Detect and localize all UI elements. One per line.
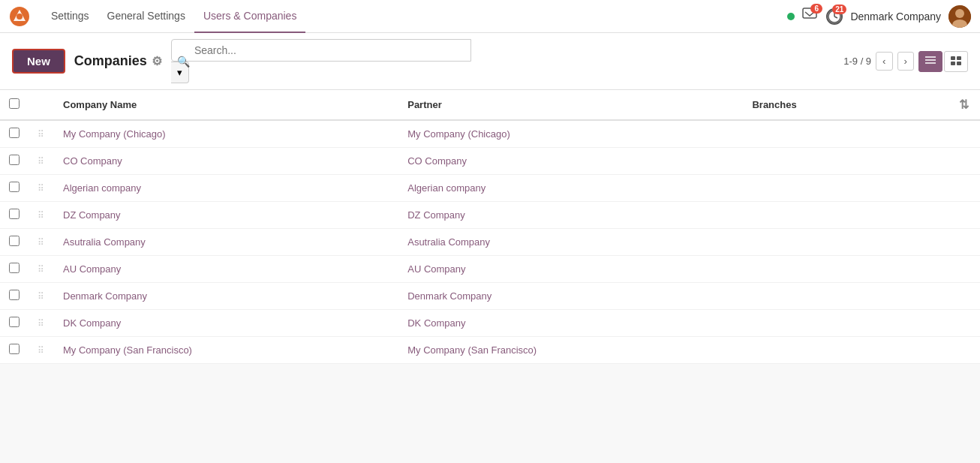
row-branches [743, 148, 950, 175]
row-drag-handle-cell[interactable]: ⠿ [29, 175, 54, 202]
status-dot [787, 13, 795, 20]
drag-handle-icon[interactable]: ⠿ [38, 210, 45, 221]
view-toggle [918, 51, 968, 72]
header-filter[interactable]: ⇅ [950, 90, 980, 120]
company-name-link[interactable]: My Company (Chicago) [63, 128, 166, 140]
drag-handle-icon[interactable]: ⠿ [38, 129, 45, 140]
row-drag-handle-cell[interactable]: ⠿ [29, 120, 54, 148]
activity-badge-wrap[interactable]: 21 [826, 8, 843, 25]
row-drag-handle-cell[interactable]: ⠿ [29, 202, 54, 229]
select-all-checkbox[interactable] [9, 98, 20, 109]
row-company-name[interactable]: CO Company [54, 148, 398, 175]
row-company-name[interactable]: Algerian company [54, 175, 398, 202]
partner-name-link[interactable]: CO Company [407, 155, 467, 167]
view-kanban-button[interactable] [944, 51, 968, 72]
column-filter-icon[interactable]: ⇅ [959, 98, 969, 111]
partner-name-link[interactable]: DZ Company [407, 209, 465, 221]
header-partner[interactable]: Partner [398, 90, 743, 120]
drag-handle-icon[interactable]: ⠿ [38, 237, 45, 248]
row-checkbox-cell[interactable] [0, 120, 29, 148]
row-drag-handle-cell[interactable]: ⠿ [29, 283, 54, 310]
row-checkbox-cell[interactable] [0, 202, 29, 229]
partner-name-link[interactable]: Algerian company [407, 182, 485, 194]
partner-name-link[interactable]: AU Company [407, 263, 465, 275]
row-checkbox[interactable] [9, 155, 20, 165]
row-checkbox[interactable] [9, 317, 20, 327]
nav-users-companies[interactable]: Users & Companies [194, 0, 306, 33]
company-name[interactable]: Denmark Company [850, 11, 941, 23]
drag-handle-icon[interactable]: ⠿ [38, 318, 45, 329]
drag-handle-icon[interactable]: ⠿ [38, 264, 45, 275]
row-checkbox[interactable] [9, 182, 20, 192]
messages-badge-wrap[interactable]: 6 [802, 8, 819, 25]
nav-settings[interactable]: Settings [42, 0, 98, 33]
row-drag-handle-cell[interactable]: ⠿ [29, 148, 54, 175]
search-input[interactable] [171, 39, 471, 62]
app-logo[interactable] [9, 6, 30, 27]
row-partner[interactable]: Denmark Company [398, 283, 743, 310]
row-checkbox[interactable] [9, 290, 20, 300]
row-partner[interactable]: Algerian company [398, 175, 743, 202]
company-name-link[interactable]: DK Company [63, 317, 121, 329]
row-partner[interactable]: CO Company [398, 148, 743, 175]
pagination-prev-button[interactable]: ‹ [876, 52, 892, 71]
header-company-name[interactable]: Company Name [54, 90, 398, 120]
row-checkbox[interactable] [9, 236, 20, 246]
nav-general-settings[interactable]: General Settings [98, 0, 194, 33]
row-partner[interactable]: DZ Company [398, 202, 743, 229]
company-name-link[interactable]: DZ Company [63, 209, 121, 221]
row-company-name[interactable]: DK Company [54, 310, 398, 337]
row-extra [950, 175, 980, 202]
row-checkbox-cell[interactable] [0, 148, 29, 175]
row-drag-handle-cell[interactable]: ⠿ [29, 337, 54, 364]
row-partner[interactable]: My Company (Chicago) [398, 120, 743, 148]
row-partner[interactable]: AU Company [398, 256, 743, 283]
row-partner[interactable]: My Company (San Francisco) [398, 337, 743, 364]
company-name-link[interactable]: CO Company [63, 155, 122, 167]
partner-name-link[interactable]: Asutralia Company [407, 236, 490, 248]
partner-name-link[interactable]: My Company (San Francisco) [407, 344, 537, 356]
page-title-text: Companies [74, 53, 147, 69]
row-checkbox-cell[interactable] [0, 175, 29, 202]
row-checkbox-cell[interactable] [0, 283, 29, 310]
row-checkbox[interactable] [9, 209, 20, 219]
company-name-link[interactable]: My Company (San Francisco) [63, 344, 192, 356]
row-drag-handle-cell[interactable]: ⠿ [29, 310, 54, 337]
row-checkbox-cell[interactable] [0, 310, 29, 337]
partner-name-link[interactable]: Denmark Company [407, 290, 492, 302]
header-branches[interactable]: Branches [743, 90, 950, 120]
user-avatar[interactable] [948, 5, 971, 28]
row-checkbox[interactable] [9, 344, 20, 354]
settings-gear-icon[interactable]: ⚙ [152, 54, 162, 68]
row-company-name[interactable]: Asutralia Company [54, 229, 398, 256]
row-checkbox[interactable] [9, 128, 20, 138]
row-company-name[interactable]: DZ Company [54, 202, 398, 229]
drag-handle-icon[interactable]: ⠿ [38, 291, 45, 302]
drag-handle-icon[interactable]: ⠿ [38, 183, 45, 194]
company-name-link[interactable]: Asutralia Company [63, 236, 146, 248]
row-checkbox-cell[interactable] [0, 229, 29, 256]
row-checkbox-cell[interactable] [0, 256, 29, 283]
view-list-button[interactable] [918, 51, 942, 72]
row-company-name[interactable]: Denmark Company [54, 283, 398, 310]
row-checkbox-cell[interactable] [0, 337, 29, 364]
row-extra [950, 283, 980, 310]
row-partner[interactable]: Asutralia Company [398, 229, 743, 256]
row-partner[interactable]: DK Company [398, 310, 743, 337]
pagination-next-button[interactable]: › [897, 52, 914, 71]
row-company-name[interactable]: My Company (San Francisco) [54, 337, 398, 364]
row-drag-handle-cell[interactable]: ⠿ [29, 229, 54, 256]
row-company-name[interactable]: AU Company [54, 256, 398, 283]
partner-name-link[interactable]: DK Company [407, 317, 465, 329]
partner-name-link[interactable]: My Company (Chicago) [407, 128, 510, 140]
header-select-all[interactable] [0, 90, 29, 120]
row-checkbox[interactable] [9, 263, 20, 273]
row-drag-handle-cell[interactable]: ⠿ [29, 256, 54, 283]
row-company-name[interactable]: My Company (Chicago) [54, 120, 398, 148]
company-name-link[interactable]: AU Company [63, 263, 121, 275]
drag-handle-icon[interactable]: ⠿ [38, 345, 45, 356]
drag-handle-icon[interactable]: ⠿ [38, 156, 45, 167]
company-name-link[interactable]: Denmark Company [63, 290, 147, 302]
new-button[interactable]: New [12, 49, 65, 74]
company-name-link[interactable]: Algerian company [63, 182, 141, 194]
